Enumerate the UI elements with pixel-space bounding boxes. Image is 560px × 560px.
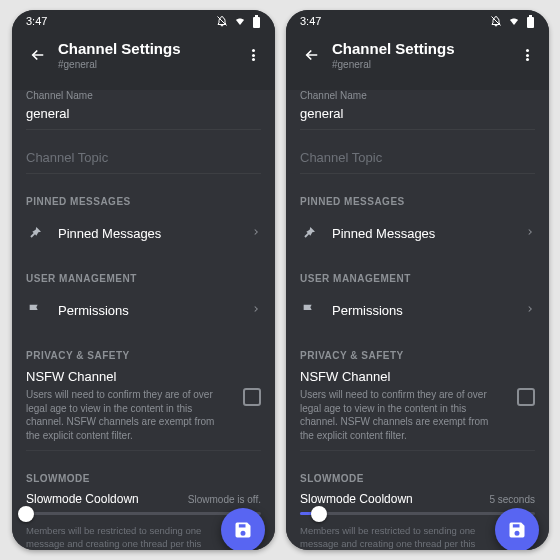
pinned-messages-label: Pinned Messages <box>58 226 251 241</box>
status-time: 3:47 <box>300 15 321 27</box>
nsfw-title: NSFW Channel <box>26 369 261 384</box>
status-icons <box>490 15 535 28</box>
save-icon <box>233 520 253 540</box>
pinned-messages-label: Pinned Messages <box>332 226 525 241</box>
chevron-right-icon <box>251 303 261 317</box>
channel-topic-input[interactable]: Channel Topic <box>26 130 261 174</box>
nsfw-checkbox[interactable] <box>517 388 535 406</box>
bell-off-icon <box>216 15 228 27</box>
nsfw-block: NSFW Channel Users will need to confirm … <box>26 369 261 442</box>
slowmode-row: Slowmode Cooldown 5 seconds <box>300 492 535 506</box>
header: Channel Settings #general <box>286 32 549 78</box>
slowmode-label: Slowmode Cooldown <box>300 492 413 506</box>
status-icons <box>216 15 261 28</box>
svg-rect-2 <box>527 17 534 28</box>
chevron-right-icon <box>525 226 535 240</box>
nsfw-desc: Users will need to confirm they are of o… <box>26 388 261 442</box>
nsfw-block: NSFW Channel Users will need to confirm … <box>300 369 535 442</box>
section-slowmode: SLOWMODE <box>26 473 261 484</box>
pinned-messages-row[interactable]: Pinned Messages <box>26 215 261 251</box>
divider <box>300 450 535 451</box>
channel-name-label: Channel Name <box>26 90 261 101</box>
flag-icon <box>26 301 44 319</box>
arrow-left-icon <box>29 46 47 64</box>
permissions-row[interactable]: Permissions <box>300 292 535 328</box>
slowmode-label: Slowmode Cooldown <box>26 492 139 506</box>
section-user-mgmt: USER MANAGEMENT <box>300 273 535 284</box>
page-subtitle: #general <box>58 59 237 70</box>
header: Channel Settings #general <box>12 32 275 78</box>
section-privacy: PRIVACY & SAFETY <box>26 350 261 361</box>
save-icon <box>507 520 527 540</box>
battery-icon <box>526 15 535 28</box>
more-button[interactable] <box>237 39 269 71</box>
slowmode-status: Slowmode is off. <box>188 494 261 505</box>
section-slowmode: SLOWMODE <box>300 473 535 484</box>
page-title: Channel Settings <box>58 40 237 57</box>
status-bar: 3:47 <box>286 10 549 32</box>
divider <box>26 450 261 451</box>
page-subtitle: #general <box>332 59 511 70</box>
slider-knob[interactable] <box>18 506 34 522</box>
phone-right: 3:47 Channel Settings #general Channel N… <box>286 10 549 550</box>
channel-name-input[interactable]: general <box>26 101 261 130</box>
section-privacy: PRIVACY & SAFETY <box>300 350 535 361</box>
channel-name-input[interactable]: general <box>300 101 535 130</box>
slowmode-status: 5 seconds <box>489 494 535 505</box>
section-pinned: PINNED MESSAGES <box>300 196 535 207</box>
svg-rect-0 <box>253 17 260 28</box>
bell-off-icon <box>490 15 502 27</box>
more-dots-icon <box>526 48 529 63</box>
nsfw-title: NSFW Channel <box>300 369 535 384</box>
page-title: Channel Settings <box>332 40 511 57</box>
back-button[interactable] <box>24 41 52 69</box>
flag-icon <box>300 301 318 319</box>
phone-left: 3:47 Channel Settings #general Channel N… <box>12 10 275 550</box>
slider-knob[interactable] <box>311 506 327 522</box>
arrow-left-icon <box>303 46 321 64</box>
permissions-row[interactable]: Permissions <box>26 292 261 328</box>
channel-name-label: Channel Name <box>300 90 535 101</box>
section-user-mgmt: USER MANAGEMENT <box>26 273 261 284</box>
pin-icon <box>26 224 44 242</box>
pinned-messages-row[interactable]: Pinned Messages <box>300 215 535 251</box>
status-time: 3:47 <box>26 15 47 27</box>
title-block: Channel Settings #general <box>58 40 237 69</box>
back-button[interactable] <box>298 41 326 69</box>
battery-icon <box>252 15 261 28</box>
status-bar: 3:47 <box>12 10 275 32</box>
wifi-icon <box>234 15 246 27</box>
title-block: Channel Settings #general <box>332 40 511 69</box>
section-pinned: PINNED MESSAGES <box>26 196 261 207</box>
svg-rect-3 <box>529 15 532 17</box>
save-fab[interactable] <box>221 508 265 550</box>
chevron-right-icon <box>525 303 535 317</box>
chevron-right-icon <box>251 226 261 240</box>
svg-rect-1 <box>255 15 258 17</box>
content: Channel Name general Channel Topic PINNE… <box>286 90 549 550</box>
channel-topic-input[interactable]: Channel Topic <box>300 130 535 174</box>
nsfw-desc: Users will need to confirm they are of o… <box>300 388 535 442</box>
more-button[interactable] <box>511 39 543 71</box>
save-fab[interactable] <box>495 508 539 550</box>
pin-icon <box>300 224 318 242</box>
permissions-label: Permissions <box>58 303 251 318</box>
slowmode-row: Slowmode Cooldown Slowmode is off. <box>26 492 261 506</box>
permissions-label: Permissions <box>332 303 525 318</box>
wifi-icon <box>508 15 520 27</box>
nsfw-checkbox[interactable] <box>243 388 261 406</box>
content: Channel Name general Channel Topic PINNE… <box>12 90 275 550</box>
more-dots-icon <box>252 48 255 63</box>
